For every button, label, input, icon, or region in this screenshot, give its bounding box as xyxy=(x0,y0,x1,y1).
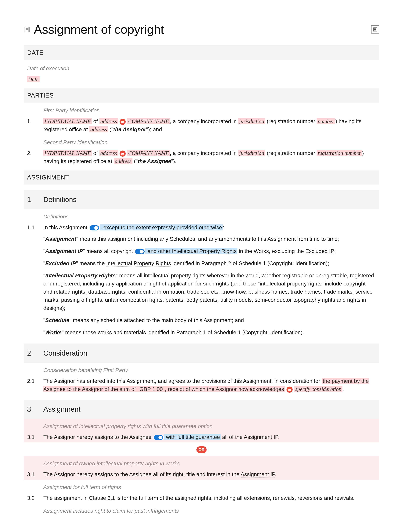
d5t: Works xyxy=(45,329,62,336)
asn-alt1-link[interactable]: Assignment IP xyxy=(244,434,278,440)
cons-hl3[interactable]: , receipt of which the Assignor now ackn… xyxy=(164,386,285,392)
def-lead-row: 1.1 In this Assignment , except to the e… xyxy=(24,222,379,233)
party2-reg: (registration number xyxy=(265,150,317,156)
date-field[interactable]: Date xyxy=(27,76,40,82)
asn-alt1-post: all of the xyxy=(221,434,244,440)
party2-roleopen: (" xyxy=(132,158,138,164)
party2-or[interactable]: or xyxy=(120,151,126,157)
asn-alt2-text: The Assignor hereby assigns to the Assig… xyxy=(43,471,241,477)
party2-caption: Second Party identification xyxy=(24,135,379,148)
asn-alt1-num: 3.1 xyxy=(27,433,43,441)
asn-alt1-row: 3.1 The Assignor hereby assigns to the A… xyxy=(24,432,379,443)
date-value-wrap: Date xyxy=(27,75,376,83)
def-schedule: "Schedule" means any schedule attached t… xyxy=(43,314,379,326)
d1m: " means all copyright xyxy=(83,248,135,254)
cons-item-num: 2.1 xyxy=(27,377,43,385)
toggle-3[interactable] xyxy=(154,435,163,440)
cons-or[interactable]: or xyxy=(287,386,293,393)
asn-32-link[interactable]: Clause 3.1 xyxy=(89,495,115,501)
toggle-2[interactable] xyxy=(135,249,145,254)
def-assignment: "Assignment" means this assignment inclu… xyxy=(43,233,379,245)
party2-of: of xyxy=(92,150,99,156)
party2-number[interactable]: registration number xyxy=(317,150,362,156)
party2-addr2[interactable]: address xyxy=(114,158,132,164)
asn-alt2-end: . xyxy=(275,471,276,477)
asn-alt2-num: 3.1 xyxy=(27,470,43,478)
toggle-1[interactable] xyxy=(90,225,99,230)
party2-indname[interactable]: INDIVIDUAL NAME xyxy=(43,150,92,156)
party1-compname[interactable]: COMPANY NAME xyxy=(127,118,170,124)
cons-num: 2. xyxy=(27,348,43,358)
party1-number[interactable]: number xyxy=(317,118,335,124)
asn-alt1-pre: The Assignor hereby assigns to the Assig… xyxy=(43,434,151,440)
cons-end: . xyxy=(342,386,344,392)
def-excluded-ip: "Excluded IP" means the Intellectual Pro… xyxy=(43,257,379,269)
d5m: " means those works and materials identi… xyxy=(62,329,304,336)
d1o[interactable]: and other Intellectual Property Rights xyxy=(145,248,237,254)
d1l2[interactable]: Excluded IP xyxy=(305,248,334,254)
def-lead-opt[interactable]: , except to the extent expressly provide… xyxy=(100,224,223,230)
d0m: " means this assignment including any Sc… xyxy=(76,236,339,242)
party1-caption: First Party identification xyxy=(24,103,379,116)
d5p: " xyxy=(43,329,45,336)
party1-roleopen: (" xyxy=(108,126,113,133)
asn-32-caption: Assignment for full term of rights xyxy=(24,480,379,493)
party1-incorp: , a company incorporated in xyxy=(170,118,238,124)
def-lead-pre: In this Assignment xyxy=(43,224,87,230)
asn-alt1-opt[interactable]: with full title guarantee xyxy=(164,434,221,440)
party2-addr1[interactable]: address xyxy=(99,150,118,156)
party1-role: the Assignor xyxy=(113,126,146,133)
party1-row: 1. INDIVIDUAL NAME of address or COMPANY… xyxy=(24,116,379,135)
section-date-heading: DATE xyxy=(24,45,379,60)
d1l1[interactable]: Works xyxy=(254,248,269,254)
d0p: " xyxy=(43,236,45,242)
def-lead-post: : xyxy=(223,224,224,230)
party1-addr1[interactable]: address xyxy=(99,118,118,124)
party1-or[interactable]: or xyxy=(120,119,126,125)
asn-title: Assignment xyxy=(43,404,80,414)
party1-reg: (registration number xyxy=(265,118,317,124)
d4p: " xyxy=(43,317,45,323)
toc-button[interactable] xyxy=(371,25,379,33)
d1po2: , excluding the xyxy=(269,248,305,254)
asn-32-pre: The assignment in xyxy=(43,495,89,501)
def-ipr: "Intellectual Property Rights" means all… xyxy=(43,269,379,314)
cons-alt[interactable]: specify consideration xyxy=(294,386,342,392)
asn-alt2-link[interactable]: Assignment IP xyxy=(241,471,275,477)
d2l1[interactable]: Intellectual Property Rights xyxy=(106,260,171,266)
party1-addr2[interactable]: address xyxy=(89,126,108,133)
title-bar: Assignment of copyright xyxy=(24,20,379,39)
asn-num: 3. xyxy=(27,404,43,414)
date-row: Date xyxy=(24,74,379,85)
d1t: Assignment IP xyxy=(45,248,83,254)
cons-hl2[interactable]: GBP 1.00 xyxy=(138,386,164,392)
definitions-num: 1. xyxy=(27,194,43,205)
party2-incorp: , a company incorporated in xyxy=(170,150,238,156)
party1-juris[interactable]: jurisdiction xyxy=(238,118,265,124)
party1-indname[interactable]: INDIVIDUAL NAME xyxy=(43,118,92,124)
d2p: " xyxy=(43,260,45,266)
party2-roleclose: "). xyxy=(171,158,176,164)
section-assignment-heading: ASSIGNMENT xyxy=(24,170,379,185)
party2-role: the Assignee xyxy=(138,158,171,164)
cons-t1: The Assignor has entered into this Assig… xyxy=(43,378,322,384)
asn-alt1-caption: Assignment of intellectual property righ… xyxy=(24,419,379,432)
asn-trail-caption: Assignment includes right to claim for p… xyxy=(24,503,379,516)
party2-content: INDIVIDUAL NAME of address or COMPANY NA… xyxy=(43,149,376,165)
party2-compname[interactable]: COMPANY NAME xyxy=(127,150,170,156)
d2m: " means the xyxy=(76,260,106,266)
def-lead-num: 1.1 xyxy=(27,223,43,231)
section-parties-heading: PARTIES xyxy=(24,88,379,103)
d1po3: ; xyxy=(334,248,336,254)
party1-content: INDIVIDUAL NAME of address or COMPANY NA… xyxy=(43,117,376,133)
d4t: Schedule xyxy=(45,317,69,323)
asn-or-pill[interactable]: OR xyxy=(196,446,207,453)
def-works: "Works" means those works and materials … xyxy=(43,326,379,338)
party1-roleclose: "); and xyxy=(146,126,162,133)
asn-32-post: is for the full term of the assigned rig… xyxy=(115,495,354,501)
cons-caption: Consideration benefiting First Party xyxy=(24,363,379,375)
consideration-heading: 2. Consideration xyxy=(24,343,379,363)
asn-alt2-caption: Assignment of owned intellectual propert… xyxy=(24,456,379,469)
party2-juris[interactable]: jurisdiction xyxy=(238,150,265,156)
asn-or-block: OR xyxy=(24,445,379,453)
